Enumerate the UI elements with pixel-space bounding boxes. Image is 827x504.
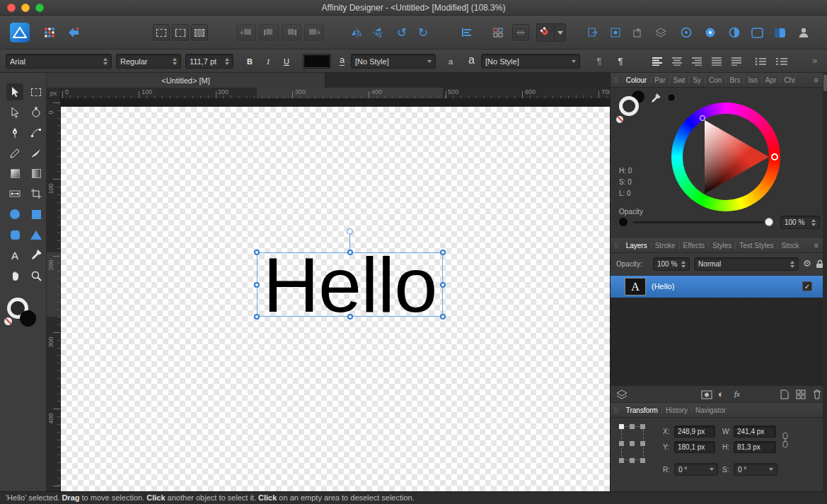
no-colour-swatch[interactable] [616,116,623,123]
pilcrow-left-button[interactable]: ¶ [591,54,607,69]
selection-bounding-box[interactable]: Hello [257,252,443,317]
tab-symbols[interactable]: Sy [688,76,705,84]
picked-colour-dot[interactable] [667,93,676,102]
grid-options-button[interactable] [490,25,507,40]
tab-styles[interactable]: Styles [708,242,735,250]
w-input[interactable]: 241,4 px [734,426,776,438]
rectangle-tool[interactable] [28,206,45,223]
layer-effects-button[interactable]: fx [734,389,740,398]
tab-layers[interactable]: Layers [623,242,651,250]
anchor-dot[interactable] [640,424,645,429]
back-one-button[interactable] [259,24,279,41]
underline-button[interactable]: U [279,54,294,69]
anchor-dot[interactable] [619,458,624,463]
anchor-point-selector[interactable] [619,424,647,465]
insert-behind-button[interactable] [584,25,601,40]
font-size-select[interactable]: 111,7 pt [185,54,233,69]
hue-wheel[interactable] [671,102,780,211]
tab-brushes[interactable]: Brs [725,76,744,84]
vector-brush-tool[interactable] [28,145,45,162]
toolbar-dashed-box-button-2[interactable] [172,24,189,41]
flip-horizontal-button[interactable] [348,25,365,40]
layer-list[interactable]: A (Hello) ✓ [611,276,823,385]
rotate-ccw-button[interactable]: ↺ [393,24,410,41]
italic-button[interactable]: I [260,54,276,69]
font-family-select[interactable]: Arial [6,54,112,69]
resize-handle-b-right[interactable] [440,314,446,320]
panel-scrollbar-track[interactable] [823,73,827,491]
resize-handle-right[interactable] [440,282,446,288]
align-right-button[interactable] [689,54,705,69]
toolbar-dashed-box-button-1[interactable] [153,24,170,41]
vector-crop-tool[interactable] [28,185,45,202]
fill-tool[interactable] [6,165,23,182]
toolbar-dashed-box-button-3[interactable] [191,24,208,41]
panel-grip[interactable]: || [614,76,619,83]
tab-constraints[interactable]: Con [705,76,725,84]
anchor-dot[interactable] [640,441,645,446]
new-layer-button[interactable] [780,389,789,401]
pencil-tool[interactable] [6,145,23,162]
layer-row-hello[interactable]: A (Hello) ✓ [611,276,823,298]
panel-grip[interactable]: || [614,406,619,414]
y-input[interactable]: 180,1 px [674,441,715,453]
rotation-select[interactable]: 0 ° [674,463,718,476]
adjustment-layer-button[interactable]: ◐ [718,389,724,399]
show-guides-button[interactable] [512,24,529,41]
align-left-button[interactable] [649,54,665,69]
point-transform-tool[interactable] [28,104,45,121]
tab-stock[interactable]: Stock [777,242,803,250]
snapping-options-button[interactable] [555,23,566,42]
opacity-value-select[interactable]: 100 % [780,216,820,229]
justify-all-button[interactable] [729,54,744,69]
colour-picker-tool[interactable] [28,247,45,264]
h-input[interactable]: 81,3 px [734,441,776,453]
toolbar-overflow-button[interactable]: » [812,55,817,66]
mask-layer-button[interactable] [701,390,712,401]
rotation-handle[interactable] [347,228,353,235]
pen-tool[interactable] [6,124,23,141]
pixel-persona-button[interactable] [41,25,58,40]
gradient-tool[interactable] [6,185,23,202]
insert-inside-button[interactable] [607,25,624,40]
justify-button[interactable] [709,54,724,69]
zoom-tool[interactable] [28,267,45,284]
paragraph-style-select[interactable]: [No Style] [481,54,580,69]
new-group-button[interactable] [796,389,806,401]
opacity-zero-dot[interactable] [619,218,628,226]
tab-text-styles[interactable]: Text Styles [735,242,777,250]
tab-swatches[interactable]: Swt [669,76,689,84]
canvas[interactable]: Hello [61,99,610,491]
resize-handle-b-left[interactable] [254,314,260,320]
layer-visibility-checkbox[interactable]: ✓ [802,281,812,291]
bullet-list-button[interactable] [751,54,770,69]
triangle-selector-dot[interactable] [700,115,705,121]
layer-options-button[interactable] [616,389,628,401]
panel-eyedropper-button[interactable] [650,93,661,105]
anchor-dot[interactable] [619,441,624,446]
tab-appearance[interactable]: Apr [761,76,780,84]
shear-select[interactable]: 0 ° [734,463,777,476]
tab-paragraph[interactable]: Par [650,76,669,84]
forward-one-button[interactable] [282,24,301,41]
account-button[interactable] [795,24,812,41]
corner-tool[interactable] [28,124,45,141]
flip-vertical-button[interactable] [369,25,386,40]
layer-opacity-select[interactable]: 100 % [653,257,690,271]
tab-isometric[interactable]: Iso [744,76,761,84]
tab-navigator[interactable]: Navigator [691,406,729,414]
tab-effects[interactable]: Effects [679,242,708,250]
opacity-slider-knob[interactable] [765,218,773,226]
tab-colour[interactable]: Colour [623,76,650,84]
typography-button[interactable]: a [441,54,460,69]
hue-selector-dot[interactable] [771,153,778,160]
anchor-dot[interactable] [630,424,635,429]
view-tool[interactable] [6,267,23,284]
text-colour-swatch[interactable] [303,54,331,69]
zoom-selection-button[interactable] [726,25,743,40]
primary-colour-well[interactable] [619,96,639,116]
triangle-tool[interactable] [28,226,45,243]
snapping-button[interactable] [536,23,555,42]
font-weight-select[interactable]: Regular [116,54,181,69]
move-to-front-button[interactable] [304,24,324,41]
